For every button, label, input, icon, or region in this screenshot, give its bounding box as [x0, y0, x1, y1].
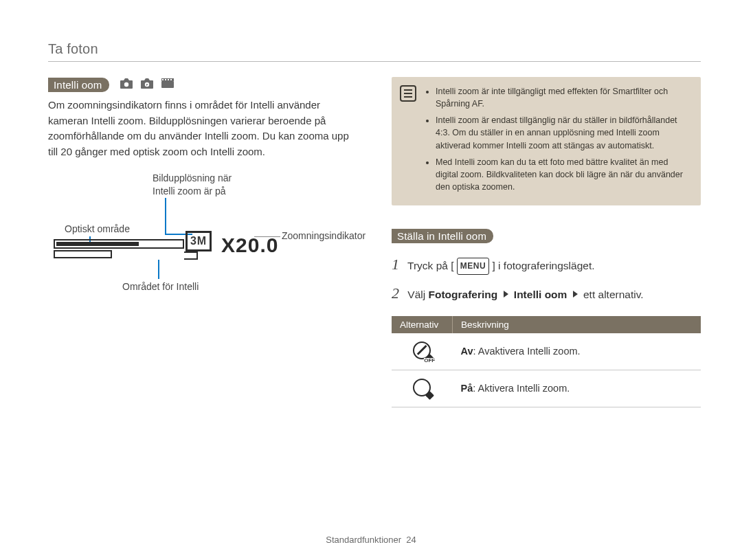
svg-rect-6	[165, 79, 166, 80]
svg-point-0	[124, 82, 128, 87]
topic-tab-intellizoom: Intelli oom	[48, 78, 109, 92]
zoom-bar	[54, 239, 184, 249]
info-note-box: Intelli zoom är inte tillgängligt med ef…	[392, 77, 701, 205]
options-table: Alternativ Beskrivning OFF Av: A	[392, 316, 701, 407]
topic-tab-setintellizoom: Ställa in Intelli oom	[392, 229, 493, 243]
svg-text:P: P	[146, 83, 148, 87]
svg-rect-5	[162, 79, 164, 80]
note-item: Intelli zoom är endast tillgänglig när d…	[436, 114, 691, 151]
table-head-description: Beskrivning	[453, 316, 701, 333]
mode-icons: P	[119, 77, 175, 92]
label-zoomindicator: Zoomningsindikator	[282, 229, 366, 243]
page-header: Ta foton	[48, 41, 701, 62]
intro-paragraph: Om zoomningsindikatorn finns i området f…	[48, 98, 357, 159]
movie-mode-icon	[160, 77, 175, 92]
label-intelli-area: Området för Intelli	[122, 280, 199, 293]
svg-rect-3	[161, 81, 174, 88]
left-column: Intelli oom P Om zoomningsindikatorn fin…	[48, 77, 357, 407]
step-1: 1 Tryck på [ MENU ] i fotograferingsläge…	[392, 250, 701, 279]
step-2: 2 Välj Fotografering Intelli oom ett alt…	[392, 279, 701, 308]
note-icon	[400, 85, 416, 102]
note-item: Med Intelli zoom kan du ta ett foto med …	[436, 156, 691, 193]
table-row: OFF Av: Avaktivera Intelli zoom.	[392, 333, 701, 370]
camera-mode-icon: P	[139, 77, 155, 92]
zoom-diagram: Bildupplösning när Intelli zoom är på Op…	[48, 172, 357, 316]
label-optical: Optiskt område	[65, 223, 130, 236]
menu-button-chip: MENU	[457, 258, 489, 275]
camera-mode-icon	[119, 77, 134, 92]
label-resolution: Bildupplösning när Intelli zoom är på	[153, 172, 232, 198]
zoom-bar-lower	[54, 250, 112, 258]
intellizoom-off-icon: OFF	[413, 341, 431, 359]
note-item: Intelli zoom är inte tillgängligt med ef…	[436, 85, 691, 110]
right-column: Intelli zoom är inte tillgängligt med ef…	[392, 77, 701, 407]
page-footer: Standardfunktioner 24	[0, 535, 742, 545]
resolution-badge: 3M	[186, 231, 212, 251]
zoom-indicator-value: X20.0	[221, 234, 278, 257]
svg-rect-7	[168, 79, 169, 80]
table-head-option: Alternativ	[392, 316, 453, 333]
table-row: På: Aktivera Intelli zoom.	[392, 370, 701, 407]
svg-rect-8	[170, 79, 172, 80]
intellizoom-on-icon	[413, 379, 431, 396]
